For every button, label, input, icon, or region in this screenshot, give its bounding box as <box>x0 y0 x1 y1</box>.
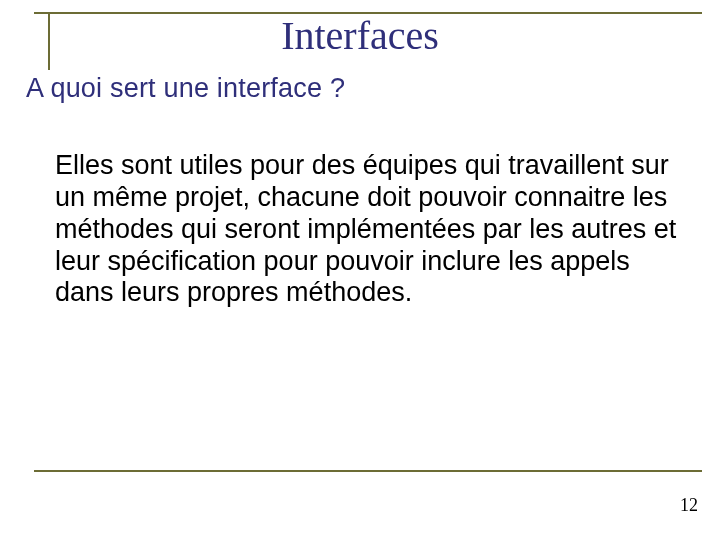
slide-subtitle: A quoi sert une interface ? <box>26 73 345 104</box>
slide: Interfaces A quoi sert une interface ? E… <box>0 0 720 540</box>
bottom-rule <box>34 470 702 472</box>
slide-title: Interfaces <box>0 14 720 58</box>
page-number: 12 <box>680 495 698 516</box>
slide-body: Elles sont utiles pour des équipes qui t… <box>55 150 680 309</box>
